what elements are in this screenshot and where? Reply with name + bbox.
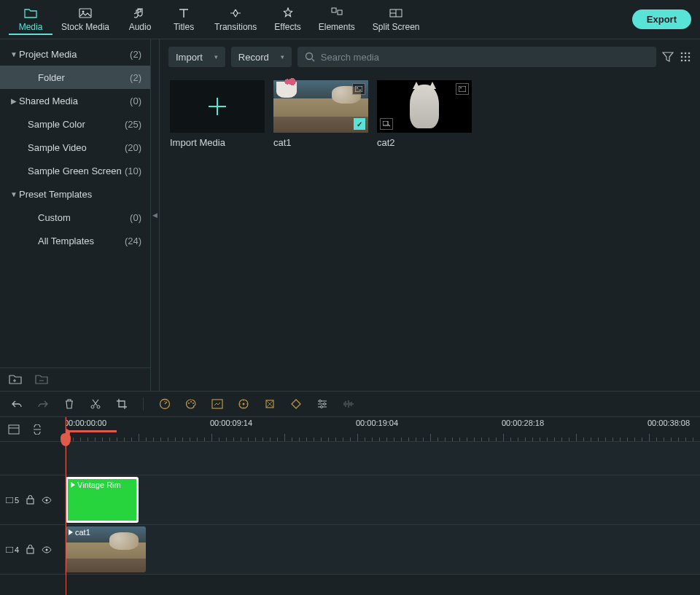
track-type-video-icon: 4	[6, 545, 19, 554]
media-thumb-cat2[interactable]	[377, 80, 472, 133]
timeline-options-icon[interactable]	[6, 421, 22, 438]
tree-count: (24)	[125, 236, 141, 246]
clip-video-cat1[interactable]: cat1	[66, 526, 146, 572]
tab-split-screen[interactable]: Split Screen	[364, 4, 429, 35]
svg-point-29	[243, 403, 245, 405]
sidebar-item[interactable]: Folder(2)	[0, 66, 150, 89]
play-icon	[69, 529, 73, 535]
track-4: 4 cat1	[0, 525, 700, 575]
svg-rect-38	[6, 547, 13, 553]
split-icon[interactable]	[88, 396, 104, 412]
import-dropdown[interactable]: Import▾	[168, 47, 225, 67]
split-screen-icon	[389, 7, 402, 20]
tab-effects[interactable]: Effects	[265, 4, 309, 35]
timeline: 00:00:00:00 00:00:09:14 00:00:19:04 00:0…	[0, 417, 700, 595]
sidebar-item[interactable]: Sample Green Screen(10)	[0, 159, 150, 182]
chevron-icon: ▶	[9, 97, 19, 105]
media-item-cat1[interactable]: ✓ cat1	[273, 80, 368, 148]
delete-icon[interactable]	[61, 396, 77, 412]
svg-point-9	[681, 56, 683, 58]
clip-effect[interactable]: Vintage Rim	[66, 477, 139, 523]
stock-media-icon	[79, 7, 92, 20]
sidebar-collapse-handle[interactable]: ◀	[151, 39, 160, 391]
svg-point-31	[319, 400, 322, 402]
svg-rect-15	[355, 86, 362, 92]
add-to-timeline-icon[interactable]	[380, 118, 393, 130]
speed-icon[interactable]	[157, 396, 173, 412]
record-dropdown-label: Record	[238, 52, 269, 63]
filter-icon[interactable]	[662, 51, 674, 63]
sidebar-item[interactable]: Custom(0)	[0, 206, 150, 229]
sidebar-item[interactable]: ▼Project Media(2)	[0, 42, 150, 66]
keyframe-icon[interactable]	[288, 396, 304, 412]
import-media-tile[interactable]: Import Media	[170, 80, 265, 148]
tree-count: (0)	[130, 96, 141, 106]
audio-waveform-icon[interactable]	[341, 396, 357, 412]
tab-stock-media[interactable]: Stock Media	[52, 4, 118, 35]
track-body-5[interactable]: Vintage Rim	[66, 475, 700, 524]
media-label-cat1: cat1	[273, 137, 368, 148]
media-tree: ▼Project Media(2)Folder(2)▶Shared Media(…	[0, 39, 150, 368]
tab-media[interactable]: Media	[9, 4, 52, 35]
import-media-thumb[interactable]	[170, 80, 265, 133]
svg-rect-19	[460, 88, 462, 88]
timeline-ruler[interactable]: 00:00:00:00 00:00:09:14 00:00:19:04 00:0…	[66, 417, 700, 441]
svg-point-11	[688, 56, 691, 58]
tree-label: Sample Video	[28, 142, 125, 153]
auto-ripple-icon[interactable]	[29, 421, 45, 438]
media-thumb-cat1[interactable]: ✓	[273, 80, 368, 133]
tree-count: (2)	[130, 49, 141, 60]
sidebar-item[interactable]: All Templates(24)	[0, 229, 150, 252]
svg-point-1	[82, 11, 85, 13]
media-item-cat2[interactable]: cat2	[377, 80, 472, 148]
track-lock-icon[interactable]	[26, 495, 34, 505]
mask-icon[interactable]	[262, 396, 278, 412]
search-icon	[305, 52, 315, 62]
grid-view-icon[interactable]	[680, 51, 691, 63]
play-icon	[71, 482, 75, 488]
new-folder-icon[interactable]	[9, 374, 20, 386]
svg-point-14	[688, 60, 691, 62]
track-5: 5 Vintage Rim	[0, 475, 700, 525]
tree-label: Sample Color	[28, 119, 125, 130]
tab-transitions[interactable]: Transitions	[206, 4, 265, 35]
sidebar-item[interactable]: ▼Preset Templates	[0, 182, 150, 206]
svg-point-13	[685, 60, 687, 62]
media-label-cat2: cat2	[377, 137, 472, 148]
color-icon[interactable]	[183, 396, 199, 412]
tab-elements[interactable]: Elements	[310, 4, 364, 35]
crop-icon[interactable]	[114, 396, 130, 412]
redo-icon[interactable]	[35, 396, 51, 412]
tab-audio[interactable]: Audio	[118, 4, 162, 35]
effects-icon	[281, 7, 295, 20]
sidebar-item[interactable]: ▶Shared Media(0)	[0, 89, 150, 112]
track-lock-icon[interactable]	[26, 545, 34, 554]
svg-point-8	[688, 52, 691, 55]
record-dropdown[interactable]: Record▾	[231, 47, 292, 67]
svg-rect-17	[359, 90, 361, 90]
motion-tracking-icon[interactable]	[236, 396, 252, 412]
folder-icon	[24, 7, 37, 20]
tab-titles[interactable]: Titles	[162, 4, 206, 35]
adjust-icon[interactable]	[314, 396, 330, 412]
undo-icon[interactable]	[9, 396, 25, 412]
chevron-icon: ▼	[9, 190, 19, 198]
sidebar-item[interactable]: Sample Color(25)	[0, 112, 150, 136]
track-body-4[interactable]: cat1	[66, 525, 700, 574]
sidebar-item[interactable]: Sample Video(20)	[0, 136, 150, 159]
transitions-icon	[229, 7, 242, 20]
svg-point-40	[46, 548, 48, 551]
svg-rect-39	[27, 548, 34, 553]
export-button[interactable]: Export	[632, 9, 691, 29]
delete-folder-icon[interactable]	[35, 374, 47, 386]
green-screen-icon[interactable]	[209, 396, 225, 412]
search-input[interactable]	[321, 52, 649, 63]
import-dropdown-label: Import	[176, 52, 203, 63]
tab-transitions-label: Transitions	[214, 22, 257, 32]
track-visibility-icon[interactable]	[42, 546, 52, 553]
video-badge-icon	[352, 83, 365, 95]
svg-point-32	[324, 403, 326, 405]
svg-point-33	[321, 406, 323, 408]
track-visibility-icon[interactable]	[42, 497, 52, 504]
tab-titles-label: Titles	[174, 22, 194, 32]
